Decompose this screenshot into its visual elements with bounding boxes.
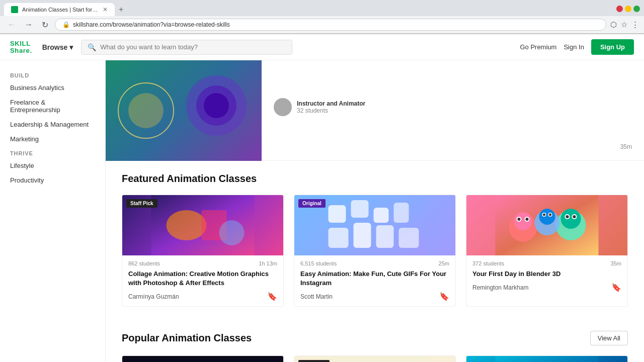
- sidebar-item-leadership[interactable]: Leadership & Management: [0, 117, 105, 132]
- card-1-badge: Staff Pick: [126, 199, 157, 208]
- browser-tabs: Animation Classes | Start for Fre... ✕ +: [0, 0, 644, 16]
- card-1-bookmark-button[interactable]: 🔖: [267, 292, 277, 301]
- featured-card-2[interactable]: Original 6,515 students 25m Easy Animati…: [294, 195, 456, 307]
- svg-point-20: [514, 212, 532, 230]
- window-maximize-button[interactable]: [633, 6, 640, 12]
- back-button[interactable]: ←: [5, 19, 18, 30]
- sidebar-item-marketing[interactable]: Marketing: [0, 132, 105, 146]
- card-2-stats: 6,515 students 25m: [300, 260, 449, 266]
- popular-card-2[interactable]: animating with ease v2 A SKILLSHARE COUR…: [294, 355, 456, 362]
- svg-rect-17: [399, 228, 419, 248]
- sidebar-item-freelance[interactable]: Freelance & Entrepreneurship: [0, 95, 105, 117]
- popular-section: Popular Animation Classes View All A SKI…: [106, 319, 644, 362]
- featured-section: Featured Animation Classes: [106, 161, 644, 319]
- sidebar-thrive-section-label: THRIVE: [0, 146, 105, 158]
- search-input[interactable]: [100, 43, 286, 51]
- card-2-author: Scott Martin: [300, 293, 333, 300]
- svg-point-26: [561, 209, 581, 229]
- search-bar[interactable]: 🔍: [81, 40, 292, 55]
- svg-point-29: [566, 215, 569, 218]
- featured-cards-grid: Staff Pick 862 students 1h 13m Collage A…: [122, 195, 628, 307]
- instructor-avatar: [274, 98, 292, 116]
- top-card-instructor-info: Instructor and Animator 32 students: [274, 98, 632, 116]
- card-2-bookmark-button[interactable]: 🔖: [439, 292, 449, 301]
- svg-point-30: [573, 215, 576, 218]
- sign-up-button[interactable]: Sign Up: [591, 39, 634, 55]
- window-close-button[interactable]: [616, 6, 623, 12]
- main-layout: BUILD Business Analytics Freelance & Ent…: [0, 60, 644, 362]
- card-2-students: 6,515 students: [300, 260, 337, 266]
- star-button[interactable]: ☆: [621, 20, 627, 29]
- popular-card-3[interactable]: TUTORIALS & TIPS YOUR FIRST 3D: [466, 355, 628, 362]
- card-1-title: Collage Animation: Creative Motion Graph…: [128, 269, 277, 288]
- popular-card-1-thumb-wrap: A SKILLSHARE COURSE BY JAKE BARTLETT THE…: [122, 356, 283, 362]
- svg-rect-14: [329, 228, 349, 248]
- featured-section-title: Featured Animation Classes: [122, 173, 628, 185]
- card-1-students: 862 students: [128, 260, 160, 266]
- tab-title: Animation Classes | Start for Fre...: [22, 7, 99, 13]
- browse-button[interactable]: Browse ▾: [42, 43, 73, 51]
- sign-in-link[interactable]: Sign In: [564, 43, 584, 51]
- url-text: skillshare.com/browse/animation?via=brow…: [73, 21, 230, 28]
- popular-card-1-thumbnail: A SKILLSHARE COURSE BY JAKE BARTLETT THE…: [122, 356, 283, 362]
- card-2-duration: 25m: [439, 260, 449, 266]
- card-3-author: Remington Markham: [472, 284, 528, 291]
- svg-point-1: [128, 93, 164, 128]
- sidebar-item-productivity[interactable]: Productivity: [0, 173, 105, 188]
- card-2-badge: Original: [298, 199, 326, 208]
- svg-point-35: [543, 214, 545, 216]
- skillshare-header: SKILL Share. Browse ▾ 🔍 Go Premium Sign …: [0, 34, 644, 60]
- card-3-thumbnail: [466, 195, 627, 255]
- forward-button[interactable]: →: [22, 19, 35, 30]
- popular-cards-grid: A SKILLSHARE COURSE BY JAKE BARTLETT THE…: [122, 355, 628, 362]
- go-premium-link[interactable]: Go Premium: [520, 43, 556, 51]
- popular-section-header: Popular Animation Classes View All: [122, 331, 628, 345]
- popular-card-3-thumb-wrap: TUTORIALS & TIPS YOUR FIRST 3D: [466, 356, 627, 362]
- new-tab-button[interactable]: +: [115, 3, 127, 16]
- top-card-students: 32 students: [297, 107, 365, 114]
- card-3-thumb-wrap: [466, 195, 627, 255]
- browser-toolbar: ← → ↻ 🔒 skillshare.com/browse/animation?…: [0, 16, 644, 34]
- search-icon: 🔍: [88, 43, 96, 51]
- popular-card-1[interactable]: A SKILLSHARE COURSE BY JAKE BARTLETT THE…: [122, 355, 284, 362]
- svg-rect-16: [376, 225, 394, 248]
- card-1-author: Carmínya Guzmán: [128, 293, 179, 300]
- top-card-thumbnail: [106, 60, 262, 161]
- svg-rect-42: [324, 356, 427, 362]
- card-2-title: Easy Animation: Make Fun, Cute GIFs For …: [300, 269, 449, 288]
- extensions-button[interactable]: ⬡: [610, 20, 617, 29]
- content-area: Instructor and Animator 32 students 35m …: [106, 60, 644, 362]
- view-all-button[interactable]: View All: [590, 331, 628, 345]
- featured-card-1[interactable]: Staff Pick 862 students 1h 13m Collage A…: [122, 195, 284, 307]
- featured-card-3[interactable]: 372 students 35m Your First Day in Blend…: [466, 195, 628, 307]
- svg-point-23: [518, 218, 521, 221]
- card-1-thumb-wrap: Staff Pick: [122, 195, 283, 255]
- card-1-stats: 862 students 1h 13m: [128, 260, 277, 266]
- card-3-footer: Remington Markham 🔖: [472, 283, 621, 292]
- browser-chrome: Animation Classes | Start for Fre... ✕ +…: [0, 0, 644, 34]
- sidebar-item-lifestyle[interactable]: Lifestyle: [0, 158, 105, 173]
- svg-rect-11: [351, 200, 369, 218]
- svg-rect-10: [329, 205, 346, 223]
- refresh-button[interactable]: ↻: [39, 19, 51, 31]
- instructor-details: Instructor and Animator 32 students: [297, 100, 365, 114]
- card-1-duration: 1h 13m: [259, 260, 277, 266]
- menu-button[interactable]: ⋮: [631, 20, 639, 29]
- card-3-students: 372 students: [472, 260, 504, 266]
- browse-label: Browse: [42, 43, 68, 51]
- address-bar[interactable]: 🔒 skillshare.com/browse/animation?via=br…: [55, 19, 606, 31]
- tab-close-button[interactable]: ✕: [103, 6, 108, 13]
- popular-section-title: Popular Animation Classes: [122, 332, 252, 344]
- skillshare-logo[interactable]: SKILL Share.: [10, 40, 32, 54]
- popular-card-2-badge: Staff Pick: [298, 360, 330, 362]
- logo-share: Share.: [10, 47, 32, 54]
- window-minimize-button[interactable]: [625, 6, 631, 12]
- svg-point-4: [204, 93, 229, 118]
- header-right: Go Premium Sign In Sign Up: [520, 39, 634, 55]
- lock-icon: 🔒: [62, 21, 70, 28]
- card-3-stats: 372 students 35m: [472, 260, 621, 266]
- sidebar-item-business-analytics[interactable]: Business Analytics: [0, 80, 105, 95]
- browse-chevron-icon: ▾: [69, 43, 73, 51]
- active-tab[interactable]: Animation Classes | Start for Fre... ✕: [4, 3, 115, 16]
- card-3-bookmark-button[interactable]: 🔖: [611, 283, 621, 292]
